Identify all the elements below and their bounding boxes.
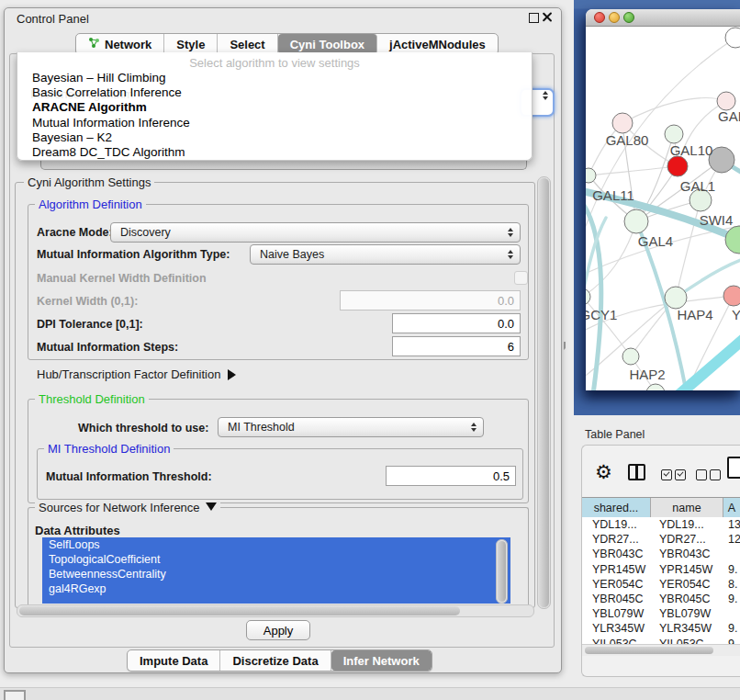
mi-algorithm-type-label: Mutual Information Algorithm Type: <box>37 248 230 261</box>
minimize-traffic-light-icon[interactable] <box>609 12 620 23</box>
attribute-item-topologicalcoefficient[interactable]: TopologicalCoefficient <box>42 552 510 567</box>
network-node[interactable] <box>622 348 639 365</box>
new-table-document-icon[interactable] <box>727 457 740 479</box>
table-settings-gear-icon[interactable]: ⚙ <box>595 462 612 481</box>
zoom-traffic-light-icon[interactable] <box>623 12 634 23</box>
table-body: YDL19...YDL19...13YDR27...YDR27...12YBR0… <box>582 517 740 644</box>
network-edge <box>678 339 740 390</box>
settings-vertical-scrollbar[interactable] <box>537 176 551 609</box>
network-node[interactable] <box>717 92 735 110</box>
network-node[interactable] <box>586 168 596 183</box>
tab-style[interactable]: Style <box>164 34 218 54</box>
mi-algorithm-type-value: Naive Bayes <box>260 248 324 261</box>
table-cell: YDR27... <box>582 533 651 546</box>
mi-steps-input[interactable] <box>392 336 521 356</box>
network-node[interactable] <box>646 384 665 390</box>
algorithm-dropdown[interactable]: Inference Algorithm Select algorithm to … <box>17 52 533 161</box>
float-panel-icon[interactable] <box>529 13 539 23</box>
tab-impute-data[interactable]: Impute Data <box>128 650 220 671</box>
status-strip <box>0 687 740 700</box>
tab-label: jActiveMNodules <box>389 38 486 51</box>
mi-algorithm-type-combobox[interactable]: Naive Bayes <box>250 244 521 265</box>
data-attributes-list[interactable]: SelfLoopsTopologicalCoefficientBetweenne… <box>42 537 510 604</box>
column-header-a[interactable]: A <box>723 498 740 517</box>
node-label-gal10: GAL10 <box>670 142 713 158</box>
network-canvas[interactable]: GAL80GALGAL10GAL1GAL11SWI4GAL4GCY1HAP4YH… <box>586 27 740 390</box>
minimized-panel-icon[interactable] <box>4 690 26 700</box>
aracne-mode-combobox[interactable]: Discovery <box>110 222 521 243</box>
table-row[interactable]: YIL053CYIL053C9 <box>582 637 740 645</box>
attribute-item-selfloops[interactable]: SelfLoops <box>42 537 510 552</box>
aracne-mode-value: Discovery <box>120 226 171 239</box>
table-row[interactable]: YBR043CYBR043C <box>582 547 740 561</box>
table-row[interactable]: YER054CYER054C8. <box>582 577 740 592</box>
select-all-checkbox-icon-2[interactable] <box>675 469 686 480</box>
node-label-gal80: GAL80 <box>606 132 649 148</box>
deselect-all-checkbox-icon-2[interactable] <box>710 469 721 480</box>
tab-cyni-toolbox[interactable]: Cyni Toolbox <box>278 34 377 54</box>
column-layout-icon[interactable] <box>628 464 645 480</box>
deselect-all-checkbox-icon[interactable] <box>696 469 707 480</box>
panel-splitter[interactable] <box>562 0 574 700</box>
table-row[interactable]: YBL079WYBL079W <box>582 606 740 621</box>
dropdown-item-bayesian-hill-climbing[interactable]: Bayesian – Hill Climbing <box>17 71 532 85</box>
close-traffic-light-icon[interactable] <box>594 12 605 23</box>
column-header-name[interactable]: name <box>651 498 723 517</box>
collapse-arrow-icon <box>206 502 217 511</box>
table-row[interactable]: YDR27...YDR27...12 <box>582 532 740 547</box>
network-node[interactable] <box>624 209 648 233</box>
dpi-tolerance-label: DPI Tolerance [0,1]: <box>37 318 143 331</box>
network-node[interactable] <box>612 113 633 133</box>
dropdown-item-mutual-information-inference[interactable]: Mutual Information Inference <box>17 116 532 130</box>
table-row[interactable]: YBR045CYBR045C9. <box>582 592 740 606</box>
tab-network[interactable]: Network <box>76 34 164 54</box>
manual-kernel-width-checkbox[interactable] <box>514 271 528 285</box>
splitter-handle-icon[interactable] <box>564 342 570 350</box>
tab-select[interactable]: Select <box>218 34 277 54</box>
mi-threshold-input[interactable] <box>386 466 516 486</box>
network-window-titlebar[interactable] <box>586 9 740 27</box>
network-node[interactable] <box>725 226 740 254</box>
network-tab-icon <box>88 37 100 51</box>
dropdown-item-aracne-algorithm[interactable]: ARACNE Algorithm <box>17 100 532 115</box>
network-edge <box>622 98 726 123</box>
network-node[interactable] <box>665 287 687 309</box>
which-threshold-combobox[interactable]: MI Threshold <box>218 417 484 437</box>
table-row[interactable]: YPR145WYPR145W9. <box>582 562 740 577</box>
table-cell: YBR043C <box>651 548 723 560</box>
network-view-window[interactable]: GAL80GALGAL10GAL1GAL11SWI4GAL4GCY1HAP4YH… <box>586 9 740 390</box>
settings-group-title: Cyni Algorithm Settings <box>24 175 154 189</box>
tab-label: Impute Data <box>140 654 207 668</box>
dpi-tolerance-input[interactable] <box>392 313 521 333</box>
combo-stepper-icon <box>508 250 513 259</box>
close-panel-icon[interactable] <box>542 11 553 22</box>
table-cell: YLR345W <box>582 622 651 635</box>
network-node[interactable] <box>667 156 688 176</box>
network-node[interactable] <box>725 28 740 48</box>
dropdown-item-bayesian-k2[interactable]: Bayesian – K2 <box>17 130 532 145</box>
table-cell: 9. <box>723 563 740 576</box>
attribute-item-gal4rgexp[interactable]: gal4RGexp <box>42 581 510 596</box>
attribute-item-betweennesscentrality[interactable]: BetweennessCentrality <box>42 567 510 581</box>
tab-discretize-data[interactable]: Discretize Data <box>220 650 331 671</box>
settings-horizontal-scrollbar[interactable] <box>17 604 534 617</box>
table-row[interactable]: YLR345WYLR345W9. <box>582 621 740 636</box>
table-row[interactable]: YDL19...YDL19...13 <box>582 517 740 532</box>
network-node[interactable] <box>723 286 740 306</box>
apply-button[interactable]: Apply <box>246 620 310 640</box>
tab-infer-network[interactable]: Infer Network <box>331 650 432 671</box>
node-label-hap4: HAP4 <box>677 307 712 322</box>
network-edge <box>589 166 678 175</box>
table-cell: YPR145W <box>651 563 723 576</box>
hub-definition-toggle[interactable]: Hub/Transcription Factor Definition <box>37 367 236 381</box>
table-horizontal-scrollbar[interactable] <box>582 644 740 656</box>
network-node[interactable] <box>665 125 683 143</box>
sources-group-title[interactable]: Sources for Network Inference <box>35 501 220 514</box>
column-header-shared[interactable]: shared... <box>582 498 651 517</box>
dropdown-item-basic-correlation-inference[interactable]: Basic Correlation Inference <box>17 85 532 100</box>
select-all-checkbox-icon[interactable] <box>661 469 672 480</box>
kernel-width-input[interactable] <box>340 290 521 310</box>
tab-jactivemnodules[interactable]: jActiveMNodules <box>377 34 498 54</box>
dropdown-item-dream8-dc-tdc-algorithm[interactable]: Dream8 DC_TDC Algorithm <box>17 145 532 160</box>
attributes-list-scrollbar[interactable] <box>496 539 508 604</box>
